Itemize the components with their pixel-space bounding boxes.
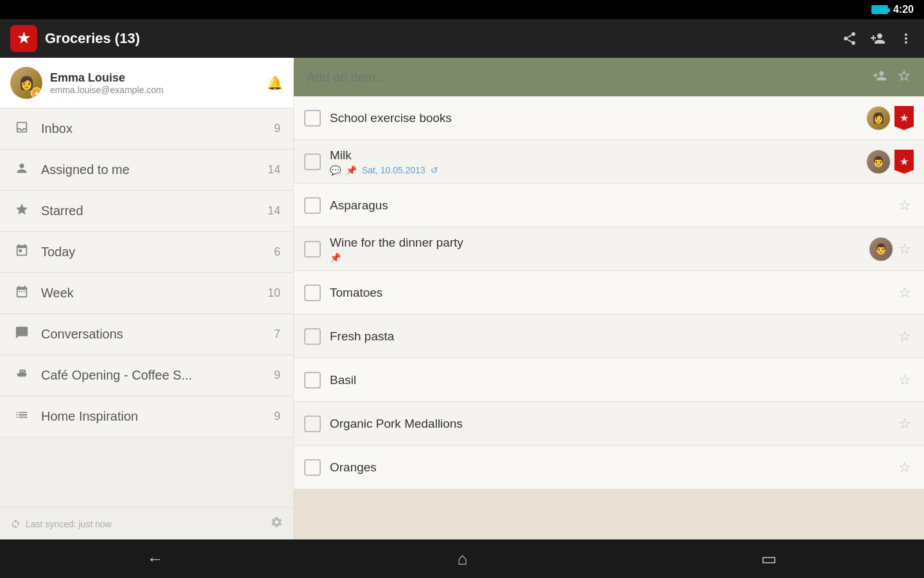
sidebar: 👩 ★ Emma Louise emma.louise@example.com … bbox=[0, 58, 294, 539]
task-item[interactable]: Asparagus ☆ bbox=[294, 184, 924, 227]
app-bar: ★ Groceries (13) bbox=[0, 19, 924, 58]
conversations-icon bbox=[13, 326, 31, 343]
task-content: Organic Pork Medallions bbox=[330, 409, 887, 439]
star-button[interactable]: ☆ bbox=[896, 238, 914, 260]
task-content: Fresh pasta bbox=[330, 322, 887, 351]
task-checkbox[interactable] bbox=[304, 416, 321, 432]
task-title: Wine for the dinner party bbox=[330, 236, 463, 249]
user-star-badge: ★ bbox=[31, 87, 42, 99]
more-options-button[interactable] bbox=[898, 31, 914, 46]
app-bar-actions bbox=[842, 31, 914, 46]
task-title: Basil bbox=[330, 373, 356, 387]
sidebar-item-inbox[interactable]: Inbox 9 bbox=[0, 109, 293, 150]
sidebar-item-today[interactable]: Today 6 bbox=[0, 232, 293, 273]
task-content: Milk 💬 📌 Sat, 10.05.2013 ↺ bbox=[330, 141, 857, 183]
user-info: Emma Louise emma.louise@example.com bbox=[50, 71, 259, 95]
task-avatar: 👩 bbox=[866, 106, 891, 130]
task-item[interactable]: Milk 💬 📌 Sat, 10.05.2013 ↺ 👨 ★ bbox=[294, 140, 924, 184]
notification-bell-icon[interactable]: 🔔 bbox=[267, 75, 283, 91]
add-person-button[interactable] bbox=[870, 31, 886, 46]
star-button[interactable]: ☆ bbox=[896, 457, 914, 478]
task-item[interactable]: Wine for the dinner party 📌 👨 ☆ bbox=[294, 227, 924, 271]
task-checkbox[interactable] bbox=[304, 110, 321, 127]
task-content: Asparagus bbox=[330, 191, 887, 220]
sidebar-item-count-home: 9 bbox=[274, 410, 280, 423]
sidebar-item-starred[interactable]: Starred 14 bbox=[0, 191, 293, 232]
sync-label: Last synced: just now bbox=[26, 519, 112, 529]
task-item[interactable]: Organic Pork Medallions ☆ bbox=[294, 402, 924, 446]
star-badge[interactable]: ★ bbox=[894, 106, 914, 130]
sidebar-item-cafe[interactable]: Café Opening - Coffee S... 9 bbox=[0, 355, 293, 396]
sidebar-item-count-cafe: 9 bbox=[274, 369, 280, 382]
task-right: ☆ bbox=[896, 369, 914, 391]
assigned-icon bbox=[13, 161, 31, 179]
task-item[interactable]: Oranges ☆ bbox=[294, 446, 924, 489]
task-avatar: 👨 bbox=[866, 150, 891, 174]
task-right: 👩 ★ bbox=[866, 106, 914, 130]
sidebar-item-label-home: Home Inspiration bbox=[41, 409, 264, 424]
task-checkbox[interactable] bbox=[304, 197, 321, 214]
task-item[interactable]: School exercise books 👩 ★ bbox=[294, 96, 924, 140]
star-button[interactable]: ☆ bbox=[896, 413, 914, 435]
share-button[interactable] bbox=[842, 31, 857, 46]
sidebar-item-conversations[interactable]: Conversations 7 bbox=[0, 314, 293, 355]
status-time: 4:20 bbox=[893, 4, 914, 15]
task-subtitle: 💬 📌 Sat, 10.05.2013 ↺ bbox=[330, 165, 857, 175]
sidebar-item-label-inbox: Inbox bbox=[41, 121, 264, 136]
add-item-actions bbox=[873, 69, 911, 86]
task-content: Tomatoes bbox=[330, 278, 887, 308]
avatar: 👩 ★ bbox=[10, 67, 42, 99]
app-logo: ★ bbox=[10, 25, 37, 52]
sidebar-item-count-conversations: 7 bbox=[274, 328, 280, 341]
inbox-icon bbox=[13, 120, 31, 137]
user-name: Emma Louise bbox=[50, 71, 259, 85]
user-profile[interactable]: 👩 ★ Emma Louise emma.louise@example.com … bbox=[0, 58, 293, 109]
app-bar-title: Groceries (13) bbox=[45, 30, 834, 47]
task-item[interactable]: Basil ☆ bbox=[294, 358, 924, 402]
sidebar-item-home[interactable]: Home Inspiration 9 bbox=[0, 396, 293, 437]
sidebar-item-count-assigned: 14 bbox=[268, 163, 280, 177]
task-checkbox[interactable] bbox=[304, 153, 321, 170]
task-right: ☆ bbox=[896, 326, 914, 347]
task-title: Fresh pasta bbox=[330, 329, 394, 343]
task-avatar: 👨 bbox=[869, 237, 893, 261]
task-checkbox[interactable] bbox=[304, 328, 321, 345]
status-bar: 4:20 bbox=[0, 0, 924, 19]
add-person-task-icon[interactable] bbox=[873, 69, 887, 86]
add-star-task-icon[interactable] bbox=[897, 69, 911, 86]
task-right: ☆ bbox=[896, 457, 914, 478]
main-content: 👩 ★ Emma Louise emma.louise@example.com … bbox=[0, 58, 924, 539]
task-date: Sat, 10.05.2013 bbox=[362, 165, 425, 175]
task-list: School exercise books 👩 ★ Milk 💬 📌 bbox=[294, 96, 924, 539]
task-item[interactable]: Tomatoes ☆ bbox=[294, 271, 924, 315]
recents-button[interactable]: ▭ bbox=[735, 544, 803, 574]
task-right: ☆ bbox=[896, 282, 914, 304]
sidebar-item-count-week: 10 bbox=[268, 286, 280, 300]
sidebar-item-label-starred: Starred bbox=[41, 204, 257, 218]
task-subtitle: 📌 bbox=[330, 252, 860, 263]
user-email: emma.louise@example.com bbox=[50, 85, 259, 95]
settings-icon[interactable] bbox=[270, 516, 283, 532]
task-checkbox[interactable] bbox=[304, 241, 321, 258]
star-button[interactable]: ☆ bbox=[896, 282, 914, 304]
sync-info: Last synced: just now bbox=[10, 519, 112, 529]
task-checkbox[interactable] bbox=[304, 372, 321, 389]
today-icon bbox=[13, 243, 31, 261]
task-checkbox[interactable] bbox=[304, 459, 321, 476]
task-checkbox[interactable] bbox=[304, 285, 321, 301]
star-button[interactable]: ☆ bbox=[896, 326, 914, 347]
sidebar-item-label-assigned: Assigned to me bbox=[41, 162, 257, 177]
task-right: 👨 ☆ bbox=[869, 237, 914, 261]
sidebar-item-count-inbox: 9 bbox=[274, 122, 280, 136]
back-button[interactable]: ← bbox=[121, 544, 189, 574]
nav-list: Inbox 9 Assigned to me 14 Starred 14 bbox=[0, 109, 293, 507]
home-button[interactable]: ⌂ bbox=[432, 544, 493, 574]
task-content: Basil bbox=[330, 365, 887, 395]
star-button[interactable]: ☆ bbox=[896, 369, 914, 391]
sidebar-item-assigned[interactable]: Assigned to me 14 bbox=[0, 150, 293, 191]
task-item[interactable]: Fresh pasta ☆ bbox=[294, 315, 924, 358]
add-item-input[interactable] bbox=[307, 70, 865, 85]
sidebar-item-week[interactable]: Week 10 bbox=[0, 273, 293, 314]
star-badge[interactable]: ★ bbox=[894, 150, 914, 174]
star-button[interactable]: ☆ bbox=[896, 195, 914, 216]
